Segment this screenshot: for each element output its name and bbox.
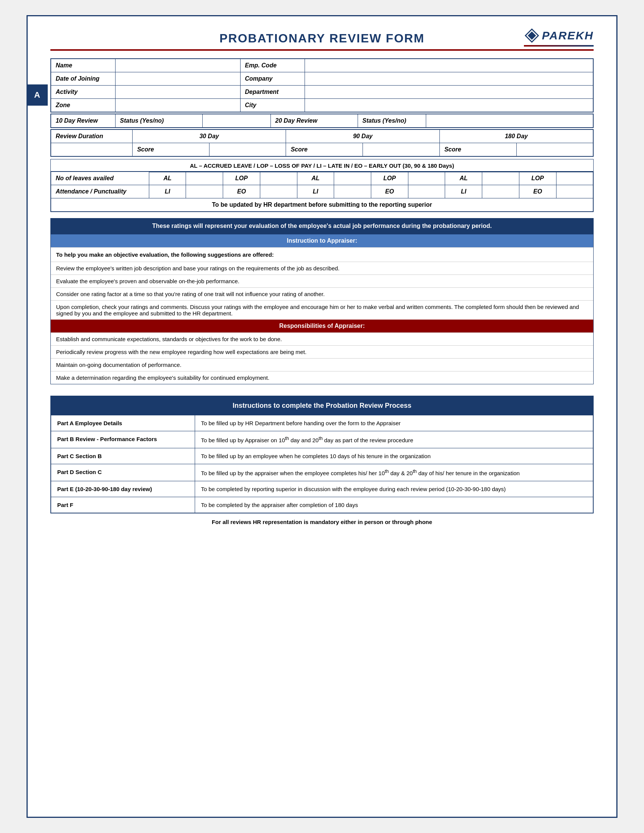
part-e-row: Part E (10-20-30-90-180 day review) To b… (51, 481, 593, 497)
resp-line-2: Periodically review progress with the ne… (51, 345, 593, 358)
eo-label-1: EO (223, 185, 260, 198)
logo-underline (524, 45, 594, 47)
instruction-line-4: Upon completion, check your ratings and … (51, 300, 593, 320)
instruction-bold-line: To help you make an objective evaluation… (51, 247, 593, 262)
notice-row: To be updated by HR department before su… (51, 198, 593, 212)
logo: PAREKH (524, 27, 594, 47)
al-value-3[interactable] (482, 172, 519, 185)
lop-label-3: LOP (519, 172, 556, 185)
instruction-line-2: Evaluate the employee's proven and obser… (51, 275, 593, 287)
leaves-table: No of leaves availed AL LOP AL LOP AL LO… (50, 171, 594, 212)
hr-notice: To be updated by HR department before su… (51, 198, 593, 212)
eo-value-1[interactable] (260, 185, 297, 198)
header-divider (50, 49, 594, 51)
footer-note: For all reviews HR representation is man… (50, 519, 594, 525)
part-f-row: Part F To be completed by the appraiser … (51, 497, 593, 513)
resp-line-4: Make a determination regarding the emplo… (51, 371, 593, 384)
part-b-desc: To be filled up by Appraiser on 10th day… (195, 431, 593, 448)
lop-label-1: LOP (223, 172, 260, 185)
al-label-2: AL (297, 172, 334, 185)
li-value-3[interactable] (482, 185, 519, 198)
resp-line-1: Establish and communicate expectations, … (51, 333, 593, 345)
part-d-label: Part D Section C (51, 464, 195, 481)
al-value-1[interactable] (186, 172, 223, 185)
review-duration-table: Review Duration 30 Day 90 Day 180 Day Sc… (50, 129, 594, 157)
li-value-1[interactable] (186, 185, 223, 198)
attendance-label: Attendance / Punctuality (51, 185, 149, 198)
part-c-row: Part C Section B To be filled up by an e… (51, 448, 593, 464)
part-b-row: Part B Review - Performance Factors To b… (51, 431, 593, 448)
leaves-row: No of leaves availed AL LOP AL LOP AL LO… (51, 172, 593, 185)
instructions-complete-table: Instructions to complete the Probation R… (50, 396, 594, 513)
page-container: PROBATIONARY REVIEW FORM PAREKH A Name E… (27, 15, 617, 818)
logo-text: PAREKH (542, 29, 594, 42)
instructions-header-row: Instructions to complete the Probation R… (51, 396, 593, 415)
part-d-desc: To be filled up by the appraiser when th… (195, 464, 593, 481)
instruction-section: Instruction to Appraiser: To help you ma… (50, 234, 594, 384)
part-f-label: Part F (51, 497, 195, 513)
responsibilities-title: Responsibilities of Appraiser: (51, 320, 593, 333)
page-header: PROBATIONARY REVIEW FORM PAREKH (50, 31, 594, 45)
eo-value-3[interactable] (556, 185, 593, 198)
lop-value-3[interactable] (556, 172, 593, 185)
part-a-label: Part A Employee Details (51, 415, 195, 431)
part-f-desc: To be completed by the appraiser after c… (195, 497, 593, 513)
part-a-row: Part A Employee Details To be filled up … (51, 415, 593, 431)
al-label-3: AL (445, 172, 482, 185)
part-a-desc: To be filled up by HR Department before … (195, 415, 593, 431)
section-a-badge: A (27, 84, 48, 106)
lop-label-2: LOP (371, 172, 408, 185)
attendance-row: Attendance / Punctuality LI EO LI EO LI … (51, 185, 593, 198)
li-label-1: LI (149, 185, 186, 198)
eo-value-2[interactable] (408, 185, 445, 198)
part-c-desc: To be filled up by an employee when he c… (195, 448, 593, 464)
part-e-desc: To be completed by reporting superior in… (195, 481, 593, 497)
diamond-icon (524, 27, 540, 43)
part-c-label: Part C Section B (51, 448, 195, 464)
lop-value-1[interactable] (260, 172, 297, 185)
page-title: PROBATIONARY REVIEW FORM (219, 31, 425, 45)
instruction-line-3: Consider one rating factor at a time so … (51, 287, 593, 300)
leaves-label: No of leaves availed (51, 172, 149, 185)
al-value-2[interactable] (334, 172, 371, 185)
instruction-line-1: Review the employee's written job descri… (51, 262, 593, 275)
lop-value-2[interactable] (408, 172, 445, 185)
form-table: Name Emp. Code Date of Joining Company A… (50, 58, 594, 113)
ratings-banner: These ratings will represent your evalua… (50, 218, 594, 234)
li-label-3: LI (445, 185, 482, 198)
li-label-2: LI (297, 185, 334, 198)
part-e-label: Part E (10-20-30-90-180 day review) (51, 481, 195, 497)
al-label-1: AL (149, 172, 186, 185)
part-d-row: Part D Section C To be filled up by the … (51, 464, 593, 481)
review-status-table: 10 Day Review Status (Yes/no) 20 Day Rev… (50, 114, 594, 128)
part-b-label: Part B Review - Performance Factors (51, 431, 195, 448)
eo-label-2: EO (371, 185, 408, 198)
instruction-title: Instruction to Appraiser: (51, 234, 593, 247)
eo-label-3: EO (519, 185, 556, 198)
al-banner: AL – ACCRUED LEAVE / LOP – LOSS OF PAY /… (50, 159, 594, 172)
instructions-header: Instructions to complete the Probation R… (51, 396, 593, 415)
resp-line-3: Maintain on-going documentation of perfo… (51, 358, 593, 371)
li-value-2[interactable] (334, 185, 371, 198)
